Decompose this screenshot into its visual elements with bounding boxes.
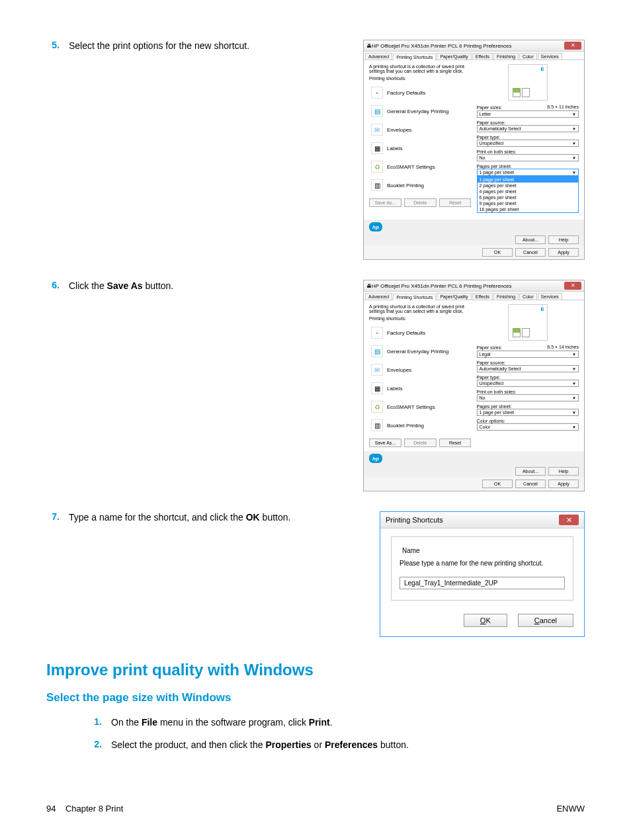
about-button[interactable]: About... [515,467,546,476]
booklet-icon: ▥ [371,419,383,431]
tab-services[interactable]: Services [538,293,562,300]
paper-type-select[interactable]: Unspecified▼ [477,140,579,147]
pages-per-sheet-label: Pages per sheet: [477,164,579,169]
tab-printing-shortcuts[interactable]: Printing Shortcuts [393,54,436,60]
printing-preferences-dialog: 🖶 HP Officejet Pro X451dn Printer PCL 6 … [363,40,585,260]
ok-button[interactable]: OK [482,480,513,488]
preview-e-icon: E [540,66,544,72]
name-instruction: Please type a name for the new printing … [400,560,565,567]
tab-finishing[interactable]: Finishing [493,293,519,300]
ok-button[interactable]: OK [464,614,507,627]
delete-button[interactable]: Delete [404,439,437,447]
tab-advanced[interactable]: Advanced [365,53,392,60]
tab-finishing[interactable]: Finishing [493,53,519,60]
cancel-button[interactable]: Cancel [518,614,573,627]
color-options-label: Color options: [477,419,579,423]
tab-services[interactable]: Services [538,53,562,60]
page-preview: E [508,64,548,101]
shortcut-labels[interactable]: ▦Labels [369,379,472,398]
labels-icon: ▦ [371,382,383,394]
shortcut-ecosmart[interactable]: ♻EcoSMART Settings [369,398,472,416]
both-sides-select[interactable]: No▼ [477,154,579,161]
dialog-title: Printing Shortcuts [386,516,559,524]
dropdown-option[interactable]: 1 page per sheet [478,177,579,183]
tab-advanced[interactable]: Advanced [365,293,392,300]
shortcut-booklet[interactable]: ▥Booklet Printing [369,416,472,435]
paper-type-label: Paper type: [477,375,579,380]
dropdown-option[interactable]: 4 pages per sheet [478,189,579,194]
reset-button[interactable]: Reset [439,439,472,447]
chevron-down-icon: ▼ [572,411,576,415]
shortcut-name-input[interactable] [400,577,565,589]
pages-per-sheet-dropdown: 1 page per sheet 2 pages per sheet 4 pag… [477,176,579,213]
dialog-title: HP Officejet Pro X451dn Printer PCL 6 Pr… [372,43,564,49]
tab-color[interactable]: Color [519,53,537,60]
pages-per-sheet-select[interactable]: 1 page per sheet▼ [477,409,579,416]
dropdown-option[interactable]: 2 pages per sheet [478,183,579,189]
chevron-down-icon: ▼ [572,425,576,429]
both-sides-select[interactable]: No▼ [477,394,579,401]
about-button[interactable]: About... [515,235,546,244]
paper-sizes-label: Paper sizes: [477,105,503,110]
apply-button[interactable]: Apply [548,248,579,257]
close-icon[interactable]: ✕ [559,515,579,525]
step-text: On the File menu in the software program… [111,716,333,730]
paper-sizes-select[interactable]: Letter▼ [477,110,579,118]
step-text: Select the product, and then click the P… [111,739,409,752]
shortcut-ecosmart[interactable]: ♻EcoSMART Settings [369,157,472,176]
color-options-select[interactable]: Color▼ [477,423,579,431]
paper-source-label: Paper source: [477,120,579,125]
shortcut-booklet[interactable]: ▥Booklet Printing [369,176,472,194]
pages-per-sheet-select[interactable]: 1 page per sheet▼ [477,169,579,176]
page-icon: ▤ [371,105,383,117]
paper-source-select[interactable]: Automatically Select▼ [477,125,579,132]
ok-button[interactable]: OK [482,248,513,257]
shortcut-general-everyday[interactable]: ▤General Everyday Printing [369,102,472,120]
step-text: Select the print options for the new sho… [69,40,249,260]
tab-paper-quality[interactable]: Paper/Quality [437,53,471,60]
delete-button[interactable]: Delete [404,198,437,207]
paper-size-info: 8.5 × 11 inches [547,105,579,109]
shortcut-factory-defaults[interactable]: ▫Factory Defaults [369,83,472,102]
dropdown-option[interactable]: 16 pages per sheet [478,206,579,212]
close-icon[interactable]: ✕ [564,282,581,290]
shortcut-factory-defaults[interactable]: ▫Factory Defaults [369,323,472,342]
chevron-down-icon: ▼ [572,112,576,116]
tab-effects[interactable]: Effects [472,293,493,300]
cancel-button[interactable]: Cancel [515,480,546,488]
apply-button[interactable]: Apply [548,480,579,488]
cancel-button[interactable]: Cancel [515,248,546,257]
printer-icon: 🖶 [366,283,372,289]
reset-button[interactable]: Reset [439,198,472,207]
paper-sizes-select[interactable]: Legal▼ [477,351,579,358]
shortcut-envelopes[interactable]: ✉Envelopes [369,360,472,379]
paper-type-select[interactable]: Unspecified▼ [477,380,579,387]
step-number: 5. [46,40,60,260]
footer-right: ENWW [556,804,585,814]
shortcut-envelopes[interactable]: ✉Envelopes [369,120,472,139]
step-number: 7. [46,511,60,637]
paper-source-select[interactable]: Automatically Select▼ [477,365,579,372]
help-button[interactable]: Help [548,235,579,244]
page-icon: ▤ [371,345,383,357]
tab-color[interactable]: Color [519,293,537,300]
envelope-icon: ✉ [371,124,383,136]
tab-paper-quality[interactable]: Paper/Quality [437,293,471,300]
page-icon: ▫ [371,87,383,99]
paper-size-info: 8.5 × 14 inches [547,345,579,349]
help-button[interactable]: Help [548,467,579,476]
tab-bar: Advanced Printing Shortcuts Paper/Qualit… [364,292,584,300]
shortcut-general-everyday[interactable]: ▤General Everyday Printing [369,342,472,360]
dropdown-option[interactable]: 6 pages per sheet [478,194,579,200]
dropdown-option[interactable]: 9 pages per sheet [478,200,579,206]
shortcut-labels[interactable]: ▦Labels [369,139,472,157]
close-icon[interactable]: ✕ [564,42,581,50]
tab-effects[interactable]: Effects [472,53,493,60]
save-as-button[interactable]: Save As... [369,198,401,207]
heading-improve-quality: Improve print quality with Windows [46,661,585,679]
tab-printing-shortcuts[interactable]: Printing Shortcuts [393,294,436,300]
save-as-button[interactable]: Save As... [369,439,401,447]
envelope-icon: ✉ [371,364,383,376]
step-text: Click the Save As button. [69,280,173,491]
printer-icon: 🖶 [366,43,372,49]
